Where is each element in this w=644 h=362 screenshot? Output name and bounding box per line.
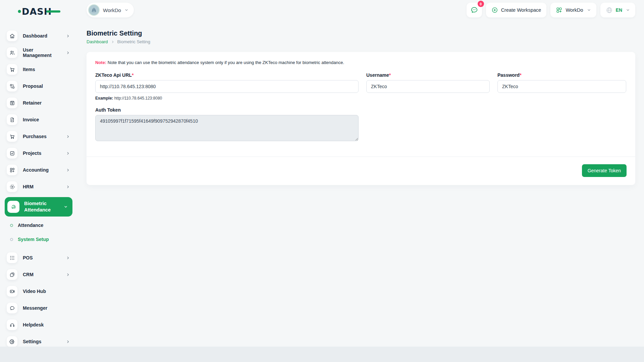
required-mark: *	[389, 72, 391, 78]
api-url-input[interactable]	[95, 80, 359, 93]
fingerprint-icon	[7, 201, 19, 213]
sidebar-item-purchases[interactable]: Purchases	[5, 130, 72, 143]
page-title: Biometric Setting	[87, 29, 142, 37]
sidebar-item-proposal[interactable]: Proposal	[5, 80, 72, 93]
hrm-icon	[7, 181, 17, 192]
chevron-right-icon	[66, 51, 70, 55]
chevron-right-icon	[66, 256, 70, 260]
biometric-setting-card: Note: Note that you can use the biometri…	[87, 52, 635, 185]
sidebar-item-user-management[interactable]: User Management	[5, 46, 72, 59]
video-icon	[7, 286, 17, 297]
sidebar-item-hrm[interactable]: HRM	[5, 180, 72, 193]
sidebar-item-biometric-attendance[interactable]: Biometric Attendance	[5, 197, 72, 217]
building-icon	[91, 7, 97, 13]
sidebar-item-crm[interactable]: CRM	[5, 268, 72, 281]
invoice-icon	[7, 114, 17, 125]
chevron-right-icon	[66, 152, 70, 155]
workspace-menu-button[interactable]: WorkDo	[550, 3, 596, 17]
sidebar: Dashboard User Management Items	[0, 0, 77, 362]
bullet-circle-icon	[10, 224, 13, 227]
messenger-icon	[7, 303, 17, 313]
language-code: EN	[616, 7, 622, 13]
required-mark: *	[132, 72, 133, 78]
sidebar-item-projects[interactable]: Projects	[5, 147, 72, 160]
create-workspace-button[interactable]: Create Workspace	[486, 3, 547, 17]
api-url-example: Example: http://110.78.645.123:8080	[95, 96, 359, 101]
retainer-icon	[7, 98, 17, 108]
password-label: Password*	[497, 72, 626, 78]
workspace-grid-icon	[556, 7, 562, 13]
sidebar-item-items[interactable]: Items	[5, 63, 72, 76]
sidebar-item-accounting[interactable]: Accounting	[5, 164, 72, 176]
chevron-down-icon	[64, 205, 68, 209]
auth-token-textarea[interactable]: 49105997f1f71595f41649f909752942870f4510	[95, 115, 359, 141]
note-text: Note: Note that you can use the biometri…	[95, 60, 627, 65]
sidebar-item-retainer[interactable]: Retainer	[5, 97, 72, 109]
workspace-avatar	[88, 4, 100, 16]
workspace-selector[interactable]: WorkDo	[87, 3, 134, 17]
chevron-right-icon	[66, 168, 70, 172]
messages-badge: 0	[478, 1, 484, 7]
username-input[interactable]	[366, 80, 490, 93]
chevron-right-icon	[66, 135, 70, 138]
page-bottom-strip	[0, 347, 644, 362]
breadcrumb-dashboard-link[interactable]: Dashboard	[87, 39, 108, 44]
plus-circle-icon	[491, 7, 498, 13]
sidebar-item-helpdesk[interactable]: Helpdesk	[5, 318, 72, 331]
note-label: Note:	[95, 60, 106, 65]
workspace-menu-label: WorkDo	[566, 7, 583, 13]
sidebar-item-dashboard[interactable]: Dashboard	[5, 29, 72, 42]
globe-icon	[606, 7, 613, 14]
gear-icon	[7, 336, 17, 347]
projects-icon	[7, 148, 17, 159]
pos-icon	[7, 252, 17, 263]
sidebar-item-invoice[interactable]: Invoice	[5, 113, 72, 126]
chevron-right-icon	[66, 340, 70, 344]
messages-button[interactable]: 0	[467, 3, 482, 17]
sidebar-item-messenger[interactable]: Messenger	[5, 302, 72, 314]
chat-bubble-icon	[470, 6, 478, 14]
chevron-right-icon	[111, 40, 114, 44]
chevron-down-icon	[587, 8, 591, 12]
chevron-right-icon	[66, 185, 70, 189]
bullet-circle-icon	[10, 238, 13, 241]
purchases-icon	[7, 131, 17, 142]
sidebar-subitem-system-setup[interactable]: System Setup	[5, 235, 72, 244]
helpdesk-icon	[7, 319, 17, 330]
required-mark: *	[520, 72, 521, 78]
chevron-right-icon	[66, 34, 70, 38]
sidebar-item-settings[interactable]: Settings	[5, 335, 72, 348]
home-icon	[7, 31, 17, 41]
sidebar-item-pos[interactable]: POS	[5, 251, 72, 264]
chevron-down-icon	[626, 8, 630, 12]
cart-icon	[7, 64, 17, 75]
sidebar-subitem-attendance[interactable]: Attendance	[5, 221, 72, 230]
proposal-icon	[7, 81, 17, 92]
breadcrumb-current: Biometric Setting	[117, 39, 150, 44]
chevron-down-icon	[124, 8, 128, 12]
generate-token-button[interactable]: Generate Token	[582, 164, 627, 177]
sidebar-item-video-hub[interactable]: Video Hub	[5, 285, 72, 298]
language-selector[interactable]: EN	[600, 3, 635, 17]
workspace-name: WorkDo	[103, 7, 121, 13]
auth-token-label: Auth Token	[95, 107, 359, 113]
username-label: Username*	[366, 72, 490, 78]
users-icon	[7, 47, 17, 58]
chevron-right-icon	[66, 273, 70, 277]
crm-icon	[7, 269, 17, 280]
breadcrumb: Dashboard Biometric Setting	[87, 39, 150, 44]
create-workspace-label: Create Workspace	[501, 7, 541, 13]
accounting-icon	[7, 165, 17, 175]
password-input[interactable]	[497, 80, 626, 93]
api-url-label: ZKTeco Api URL*	[95, 72, 359, 78]
